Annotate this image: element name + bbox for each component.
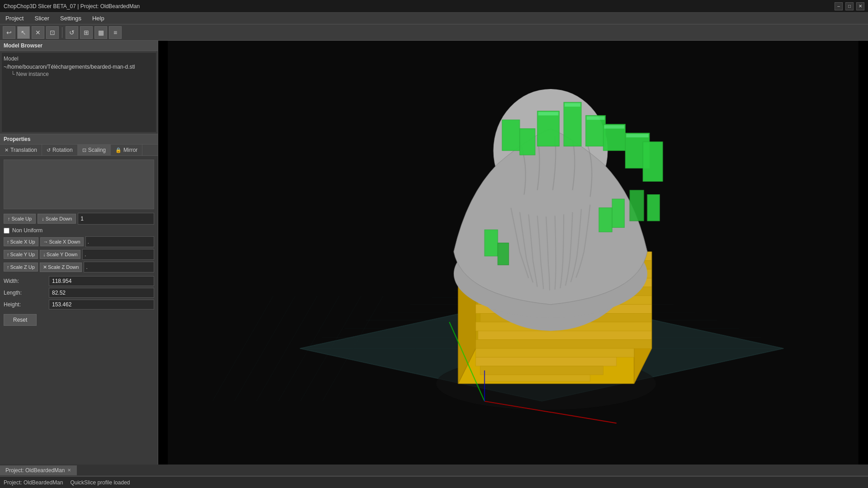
svg-rect-36: [476, 357, 616, 366]
toolbar-delete-button[interactable]: ✕: [32, 26, 44, 39]
length-label: Length:: [4, 290, 49, 296]
length-row: Length:: [4, 288, 154, 298]
toolbar-rotate-button[interactable]: ↺: [66, 26, 78, 39]
status-message: QuickSlice profile loaded: [70, 479, 130, 486]
scale-z-up-button[interactable]: ↑ Scale Z Up: [4, 263, 38, 272]
3d-scene: [158, 41, 868, 465]
model-tree: Model ~/home/boucaron/Téléchargements/be…: [2, 53, 156, 132]
scale-z-down-label: Scale Z Down: [48, 264, 79, 270]
tab-project-label: Project: OldBeardedMan: [5, 467, 65, 474]
toolbar-undo-button[interactable]: ↩: [3, 26, 15, 39]
svg-rect-55: [612, 199, 624, 227]
svg-rect-46: [586, 115, 606, 146]
model-tree-item-file[interactable]: ~/home/boucaron/Téléchargements/bearded-…: [4, 63, 154, 71]
close-button[interactable]: ✕: [856, 2, 864, 10]
scale-value-input[interactable]: [78, 213, 154, 225]
svg-rect-60: [586, 116, 604, 120]
svg-rect-52: [485, 230, 498, 256]
toolbar-grid-button[interactable]: ⊞: [80, 26, 93, 39]
minimize-button[interactable]: –: [835, 2, 843, 10]
width-value-input[interactable]: [49, 276, 154, 286]
toolbar-select-button[interactable]: ↖: [17, 26, 30, 39]
svg-rect-37: [480, 366, 603, 375]
properties-tabs: ✕ Translation ↺ Rotation ⊡ Scaling 🔒 Mir…: [0, 145, 158, 156]
scale-y-down-label: Scale Y Down: [47, 252, 78, 257]
title-bar: ChopChop3D Slicer BETA_07 | Project: Old…: [0, 0, 868, 13]
reset-button[interactable]: Reset: [4, 314, 37, 326]
scale-x-up-button[interactable]: ↑ Scale X Up: [4, 237, 38, 246]
tab-mirror[interactable]: 🔒 Mirror: [111, 145, 142, 155]
width-label: Width:: [4, 278, 49, 284]
toolbar: ↩ ↖ ✕ ⊡ ↺ ⊞ ▦ ≡: [0, 24, 868, 41]
scaling-icon: ⊡: [82, 147, 86, 153]
svg-rect-62: [626, 134, 649, 137]
svg-rect-57: [647, 195, 660, 221]
tab-scaling[interactable]: ⊡ Scaling: [78, 145, 111, 155]
scale-y-down-icon: ↓: [43, 252, 46, 257]
tab-scaling-label: Scaling: [88, 147, 106, 153]
tab-close-button[interactable]: ✕: [67, 468, 71, 473]
menu-settings[interactable]: Settings: [55, 13, 87, 23]
translation-icon: ✕: [5, 147, 9, 153]
svg-rect-35: [476, 348, 634, 357]
scale-y-value-input[interactable]: [82, 249, 154, 260]
properties-panel: Properties ✕ Translation ↺ Rotation ⊡ Sc…: [0, 134, 158, 465]
non-uniform-header: Non Uniform: [4, 227, 154, 234]
title-text: ChopChop3D Slicer BETA_07 | Project: Old…: [4, 3, 835, 9]
toolbar-chart-button[interactable]: ▦: [94, 26, 107, 39]
tab-rotation[interactable]: ↺ Rotation: [42, 145, 78, 155]
tab-project[interactable]: Project: OldBeardedMan ✕: [0, 465, 77, 475]
scale-up-label: Scale Up: [12, 216, 32, 221]
scale-x-down-button[interactable]: → Scale X Down: [40, 237, 84, 246]
scale-x-down-icon: →: [43, 239, 48, 244]
model-tree-item-instance[interactable]: └ New instance: [4, 71, 154, 77]
svg-rect-38: [485, 375, 590, 382]
height-value-input[interactable]: [49, 300, 154, 310]
height-label: Height:: [4, 301, 49, 308]
scale-z-up-icon: ↑: [7, 264, 9, 270]
svg-rect-34: [476, 340, 651, 348]
model-browser: Model Browser Model ~/home/boucaron/Télé…: [0, 41, 158, 134]
viewport[interactable]: [158, 41, 868, 465]
properties-content: ↑ Scale Up ↓ Scale Down Non Uniform: [0, 156, 158, 465]
scale-up-icon: ↑: [8, 216, 10, 221]
non-uniform-checkbox[interactable]: [4, 228, 9, 234]
menu-project[interactable]: Project: [0, 13, 29, 23]
model-browser-title: Model Browser: [0, 41, 158, 51]
svg-rect-49: [643, 142, 663, 182]
svg-rect-54: [599, 208, 612, 232]
svg-rect-44: [538, 111, 560, 146]
scale-z-down-button[interactable]: ✕ Scale Z Down: [40, 263, 82, 272]
scale-z-down-icon: ✕: [43, 264, 47, 270]
menu-slicer[interactable]: Slicer: [29, 13, 55, 23]
scale-up-button[interactable]: ↑ Scale Up: [4, 214, 36, 224]
scale-y-down-button[interactable]: ↓ Scale Y Down: [40, 250, 80, 259]
width-row: Width:: [4, 276, 154, 286]
scale-x-down-label: Scale X Down: [49, 239, 80, 244]
scale-y-up-label: Scale Y Up: [10, 252, 35, 257]
toolbar-crop-button[interactable]: ⊡: [46, 26, 59, 39]
toolbar-menu-button[interactable]: ≡: [109, 26, 122, 39]
tab-bar: Project: OldBeardedMan ✕: [0, 465, 868, 476]
scale-z-up-label: Scale Z Up: [10, 264, 35, 270]
scale-down-icon: ↓: [42, 216, 44, 221]
maximize-button[interactable]: □: [845, 2, 854, 10]
tab-translation[interactable]: ✕ Translation: [0, 145, 42, 155]
menu-help[interactable]: Help: [87, 13, 110, 23]
height-row: Height:: [4, 300, 154, 310]
length-value-input[interactable]: [49, 288, 154, 298]
scale-y-up-button[interactable]: ↑ Scale Y Up: [4, 250, 38, 259]
mirror-icon: 🔒: [115, 147, 122, 153]
project-status: Project: OldBeardedMan: [4, 479, 63, 486]
scale-x-value-input[interactable]: [85, 236, 154, 247]
scale-down-button[interactable]: ↓ Scale Down: [38, 214, 76, 224]
properties-visual-area: [4, 160, 154, 209]
svg-rect-50: [502, 120, 520, 150]
scale-down-label: Scale Down: [46, 216, 72, 221]
svg-rect-51: [520, 129, 535, 155]
scale-z-value-input[interactable]: [84, 262, 154, 272]
axis-x-row: ↑ Scale X Up → Scale X Down: [4, 236, 154, 247]
svg-rect-61: [604, 125, 624, 129]
model-tree-label: Model: [4, 55, 154, 63]
tab-translation-label: Translation: [10, 147, 37, 153]
